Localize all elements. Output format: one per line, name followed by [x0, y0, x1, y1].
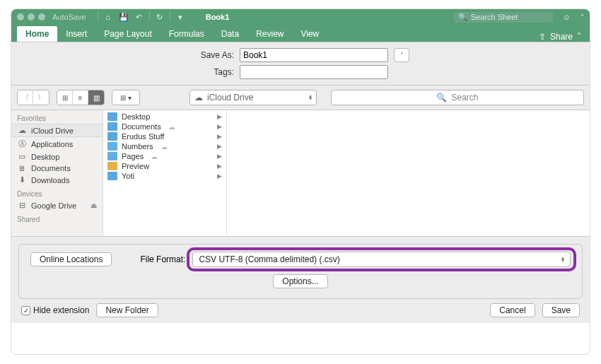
- view-mode-buttons[interactable]: ⊞ ≡ ▥: [57, 90, 105, 105]
- chevron-right-icon: ▶: [217, 113, 222, 120]
- eject-icon[interactable]: ⏏: [91, 201, 97, 209]
- tags-label: Tags:: [192, 67, 234, 77]
- share-label[interactable]: Share: [550, 32, 573, 42]
- search-sheet-input[interactable]: 🔍 Search Sheet: [454, 12, 553, 23]
- sidebar-item-downloads[interactable]: ⬇Downloads: [11, 174, 103, 186]
- location-popup[interactable]: ☁ iCloud Drive ▴▾: [189, 90, 317, 105]
- checkbox-icon: ✓: [21, 306, 30, 315]
- hide-extension-checkbox[interactable]: ✓ Hide extension: [21, 305, 89, 315]
- tab-formulas[interactable]: Formulas: [161, 26, 213, 42]
- autosave-label: AutoSave: [52, 13, 86, 21]
- sidebar-item-desktop[interactable]: ▭Desktop: [11, 151, 103, 163]
- cloud-icon: ☁: [17, 126, 27, 135]
- folder-numbers[interactable]: Numbers☁▶: [103, 141, 226, 151]
- redo-icon[interactable]: ↻: [153, 11, 167, 23]
- finder-toolbar: 〈 〉 ⊞ ≡ ▥ ⊞ ▾ ☁ iCloud Drive ▴▾ 🔍 Search: [11, 85, 590, 110]
- chevron-right-icon: ▶: [217, 163, 222, 170]
- save-dialog: Save As: ˄ Tags: 〈 〉 ⊞ ≡ ▥ ⊞ ▾ ☁ iCloud …: [11, 42, 590, 323]
- undo-icon[interactable]: ↶: [132, 11, 146, 23]
- sidebar-item-documents[interactable]: 🗎Documents: [11, 163, 103, 174]
- save-button[interactable]: Save: [542, 303, 580, 317]
- tab-home[interactable]: Home: [17, 26, 57, 42]
- options-button[interactable]: Options...: [273, 274, 327, 288]
- tab-page-layout[interactable]: Page Layout: [95, 26, 160, 42]
- folder-documents[interactable]: Documents☁▶: [103, 122, 226, 131]
- file-format-label: File Format:: [140, 254, 185, 264]
- cloud-sync-icon: ☁: [151, 153, 158, 160]
- quick-access-toolbar: ⌂ 💾 ↶ ↻ ▾: [96, 11, 187, 23]
- doc-icon: 🗎: [17, 164, 27, 172]
- sidebar-item-icloud[interactable]: ☁iCloud Drive: [11, 124, 103, 137]
- save-as-label: Save As:: [192, 50, 234, 60]
- titlebar: AutoSave ⌂ 💾 ↶ ↻ ▾ Book1 🔍 Search Sheet …: [11, 9, 590, 25]
- sidebar: Favorites ☁iCloud Drive ⒶApplications ▭D…: [11, 110, 103, 236]
- file-format-value: CSV UTF-8 (Comma delimited) (.csv): [199, 254, 339, 264]
- apps-icon: Ⓐ: [17, 139, 27, 149]
- cloud-icon: ☁: [194, 93, 203, 102]
- chevron-right-icon: ▶: [217, 133, 222, 140]
- chevron-right-icon: ▶: [217, 123, 222, 130]
- sidebar-shared-header: Shared: [11, 211, 103, 225]
- sidebar-devices-header: Devices: [11, 186, 103, 199]
- more-icon[interactable]: ▾: [173, 11, 187, 23]
- tab-data[interactable]: Data: [213, 26, 247, 42]
- folder-yoti[interactable]: Yoti▶: [103, 171, 226, 181]
- min-dot[interactable]: [28, 13, 35, 20]
- folder-pages[interactable]: Pages☁▶: [103, 151, 226, 161]
- download-icon: ⬇: [17, 175, 27, 184]
- tags-input[interactable]: [240, 65, 388, 79]
- collapse-icon[interactable]: ˄: [580, 13, 584, 21]
- location-label: iCloud Drive: [207, 93, 253, 102]
- chevron-right-icon: ▶: [217, 143, 222, 150]
- sidebar-item-applications[interactable]: ⒶApplications: [11, 137, 103, 151]
- save-icon[interactable]: 💾: [117, 11, 131, 23]
- back-button[interactable]: 〈: [18, 90, 33, 105]
- search-icon: 🔍: [458, 13, 468, 22]
- folder-desktop[interactable]: Desktop▶: [103, 112, 226, 122]
- cloud-sync-icon: ☁: [168, 123, 175, 131]
- folder-preview[interactable]: Preview▶: [103, 161, 226, 171]
- close-dot[interactable]: [17, 13, 24, 20]
- tab-insert[interactable]: Insert: [57, 26, 95, 42]
- finder-search-input[interactable]: 🔍 Search: [331, 90, 584, 105]
- updown-icon: ▴▾: [561, 257, 564, 262]
- column-2: [227, 110, 590, 236]
- file-browser: Favorites ☁iCloud Drive ⒶApplications ▭D…: [11, 110, 590, 237]
- ribbon-tabs: Home Insert Page Layout Formulas Data Re…: [11, 25, 590, 42]
- group-by-button[interactable]: ⊞ ▾: [112, 90, 140, 105]
- view-column-icon[interactable]: ▥: [88, 90, 104, 105]
- chevron-right-icon: ▶: [217, 172, 222, 180]
- window-controls[interactable]: [17, 13, 45, 20]
- view-list-icon[interactable]: ≡: [73, 90, 88, 105]
- search-placeholder: Search Sheet: [471, 13, 518, 21]
- document-title: Book1: [206, 13, 450, 21]
- folder-erudus[interactable]: Erudus Stuff▶: [103, 131, 226, 141]
- feedback-icon[interactable]: ☺: [563, 13, 571, 21]
- cloud-sync-icon: ☁: [161, 143, 168, 151]
- home-icon[interactable]: ⌂: [101, 11, 115, 23]
- desktop-icon: ▭: [17, 152, 27, 161]
- collapse-dialog-button[interactable]: ˄: [394, 48, 409, 62]
- online-locations-button[interactable]: Online Locations: [30, 252, 112, 266]
- updown-icon: ▴▾: [309, 95, 312, 100]
- nav-buttons[interactable]: 〈 〉: [17, 90, 49, 105]
- cancel-button[interactable]: Cancel: [490, 303, 535, 317]
- drive-icon: ⊟: [17, 201, 27, 210]
- search-icon: 🔍: [436, 93, 447, 102]
- share-icon[interactable]: ⇪: [539, 32, 546, 42]
- sidebar-item-google-drive[interactable]: ⊟Google Drive⏏: [11, 199, 103, 211]
- dialog-bottom-bar: ✓ Hide extension New Folder Cancel Save: [11, 303, 590, 323]
- sidebar-favorites-header: Favorites: [11, 110, 103, 124]
- tab-review[interactable]: Review: [247, 26, 292, 42]
- column-1: Desktop▶ Documents☁▶ Erudus Stuff▶ Numbe…: [103, 110, 227, 236]
- finder-search-placeholder: Search: [451, 93, 478, 102]
- new-folder-button[interactable]: New Folder: [96, 303, 158, 317]
- zoom-dot[interactable]: [38, 13, 45, 20]
- ribbon-collapse-icon[interactable]: ˄: [577, 32, 581, 42]
- save-as-input[interactable]: [240, 48, 388, 62]
- forward-button[interactable]: 〉: [33, 90, 49, 105]
- view-icon-icon[interactable]: ⊞: [57, 90, 73, 105]
- tab-view[interactable]: View: [292, 26, 327, 42]
- hide-extension-label: Hide extension: [33, 305, 89, 315]
- file-format-select[interactable]: CSV UTF-8 (Comma delimited) (.csv) ▴▾: [192, 252, 571, 267]
